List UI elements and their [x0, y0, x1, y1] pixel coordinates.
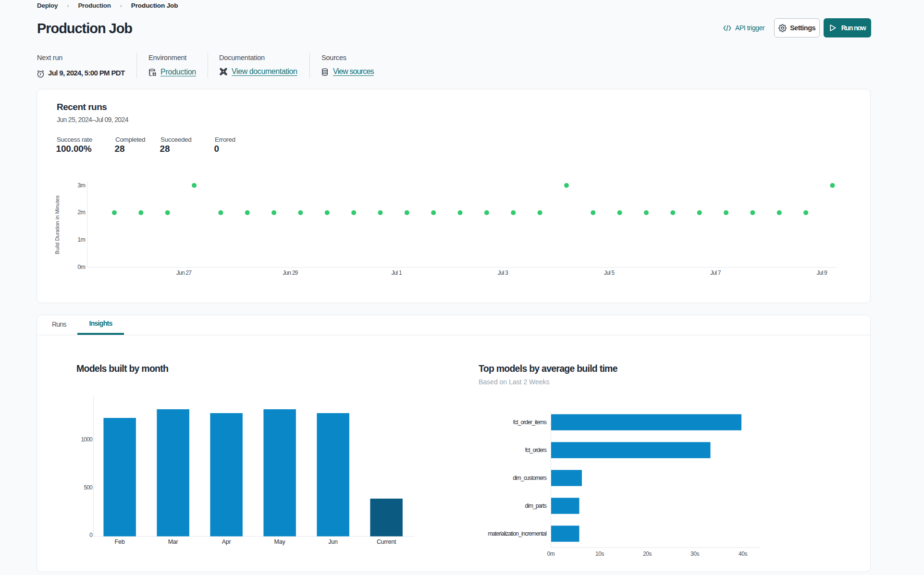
svg-text:Jul 1: Jul 1	[391, 269, 402, 276]
svg-text:Jul 3: Jul 3	[498, 269, 508, 276]
svg-text:0m: 0m	[547, 551, 555, 557]
svg-text:2m: 2m	[77, 209, 85, 216]
svg-text:fct_order_items: fct_order_items	[513, 419, 547, 426]
svg-text:1000: 1000	[81, 436, 93, 443]
svg-text:1m: 1m	[77, 236, 85, 243]
svg-text:dim_parts: dim_parts	[525, 502, 546, 509]
svg-text:Jun 27: Jun 27	[176, 269, 192, 276]
svg-text:Current: Current	[377, 538, 396, 545]
svg-text:materialization_incremental: materialization_incremental	[488, 530, 546, 537]
svg-text:Feb: Feb	[115, 538, 125, 545]
svg-text:Jul 5: Jul 5	[604, 269, 615, 276]
svg-text:Apr: Apr	[222, 538, 231, 545]
svg-text:Jul 7: Jul 7	[710, 269, 721, 276]
svg-text:Jun 29: Jun 29	[283, 269, 298, 276]
svg-text:Jun: Jun	[328, 538, 338, 545]
svg-text:0: 0	[89, 532, 93, 538]
svg-text:20s: 20s	[643, 551, 652, 557]
svg-text:Build Duration in Minutes: Build Duration in Minutes	[54, 195, 60, 254]
svg-text:40s: 40s	[739, 551, 748, 557]
svg-text:0m: 0m	[77, 264, 85, 270]
svg-text:fct_orders: fct_orders	[525, 447, 547, 453]
svg-text:30s: 30s	[690, 551, 700, 557]
svg-text:Mar: Mar	[168, 538, 178, 545]
svg-text:3m: 3m	[77, 182, 85, 189]
svg-text:May: May	[274, 538, 286, 545]
svg-text:dim_customers: dim_customers	[513, 475, 547, 481]
svg-text:500: 500	[84, 484, 93, 491]
svg-text:10s: 10s	[595, 551, 604, 557]
svg-text:Jul 9: Jul 9	[817, 269, 827, 276]
